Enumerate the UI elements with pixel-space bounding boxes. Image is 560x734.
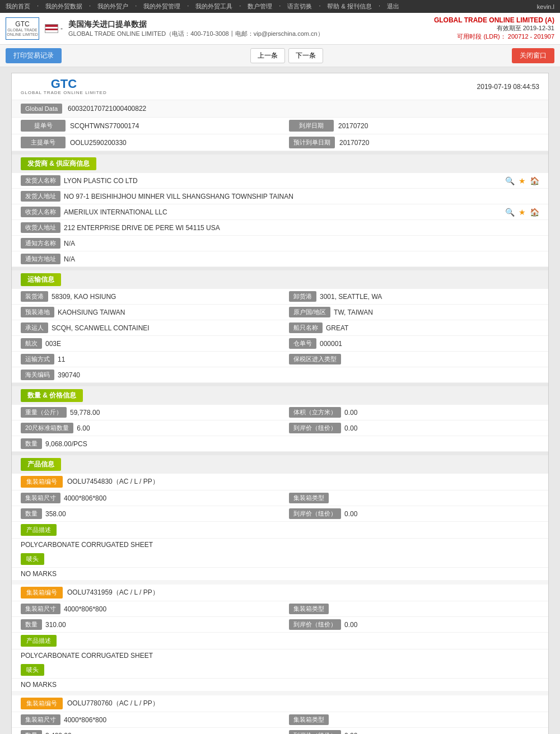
voyage-label: 航次 [21, 338, 42, 349]
product-2-container-no-value: OOLU7780760（AC / L / PP） [67, 699, 539, 708]
product-0-marks-label-row: 唛头 [12, 551, 548, 568]
master-bill-value: OOLU2590200330 [70, 139, 271, 147]
destination-row: 预装港地 KAOHSIUNG TAIWAN 原户国/地区 TW, TAIWAN [12, 305, 548, 320]
product-0-size-row: 集装箱尺寸 4000*806*800 集装箱类型 [12, 490, 548, 506]
destination-value: KAOHSIUNG TAIWAN [58, 308, 271, 316]
consignee-actions[interactable]: 🔍 ★ 🏠 [505, 207, 539, 217]
nav-help[interactable]: 帮助 & 报刊信息 [327, 2, 371, 11]
notify-addr-row: 通知方地址 N/A [12, 251, 548, 267]
product-0-qty-row: 数量 358.00 到岸价（纽价） 0.00 [12, 506, 548, 522]
home-icon[interactable]: 🏠 [529, 176, 539, 186]
expiry-label: 到岸日期 [289, 120, 334, 132]
shipper-actions[interactable]: 🔍 ★ 🏠 [505, 176, 539, 186]
unit-price-label: 到岸价（纽价） [289, 423, 341, 433]
planned-label: 预计到单日期 [289, 137, 335, 148]
product-1-price-label: 到岸价（纽价） [289, 619, 341, 630]
product-1-desc-label: 产品描述 [21, 635, 57, 647]
product-0-size-value: 4000*806*800 [64, 494, 271, 502]
notify-addr-label: 通知方地址 [21, 254, 60, 264]
vessel-name-value: GREAT [326, 324, 539, 332]
product-1-type-label: 集装箱类型 [289, 604, 329, 614]
logo-subtitle: GLOBAL TRADEONLINE LIMITED [7, 28, 38, 36]
product-1-size-label: 集装箱尺寸 [21, 604, 60, 614]
home-icon2[interactable]: 🏠 [529, 207, 539, 217]
transport-section-header: 运输信息 [12, 270, 548, 289]
consignee-addr-value: 212 ENTERPRISE DRIVE DE PERE WI 54115 US… [64, 224, 539, 232]
nav-tools[interactable]: 我的外贸工具 [195, 2, 232, 11]
top-navigation: 我的首页 · 我的外贸数据 · 我的外贸户 · 我的外贸管理 · 我的外贸工具 … [0, 0, 560, 13]
transport-mode-value: 11 [58, 356, 271, 363]
bill-no-row: 提单号 SCQHTWNS77000174 到岸日期 20170720 [12, 118, 548, 134]
product-0-desc-label: 产品描述 [21, 524, 57, 536]
card-logo: GTC GLOBAL TRADE ONLINE LIMITED [21, 78, 107, 95]
consignee-name-label: 收货人名称 [21, 207, 60, 217]
shipper-name-label: 发货人名称 [21, 175, 60, 186]
master-bill-col: 主提单号 OOLU2590200330 [12, 134, 280, 151]
bill-no-col: 提单号 SCQHTWNS77000174 [12, 118, 280, 134]
nav-home[interactable]: 我的首页 [6, 2, 30, 11]
weight-row: 重量（公斤） 59,778.00 体积（立方米） 0.00 [12, 405, 548, 420]
nav-logout[interactable]: 退出 [387, 2, 399, 11]
nav-sep6: · [279, 2, 281, 11]
company-name: GLOBAL TRADE ONLINE LIMITED (A) [434, 16, 554, 24]
port-row: 装货港 58309, KAO HSIUNG 卸货港 3001, SEATTLE,… [12, 289, 548, 305]
origin-country-label: 原户国/地区 [289, 307, 330, 317]
bonded-label: 保税区进入类型 [289, 354, 341, 364]
master-bill-label: 主提单号 [21, 137, 66, 148]
logo: GTC GLOBAL TRADEONLINE LIMITED [6, 17, 39, 40]
product-2-type-label: 集装箱类型 [289, 714, 329, 725]
nav-sep2: · [89, 2, 91, 11]
product-1-container-no-value: OOLU7431959（AC / L / PP） [67, 588, 539, 597]
next-button[interactable]: 下一条 [288, 48, 323, 63]
consignee-name-value: AMERILUX INTERNATIONAL LLC [64, 208, 500, 216]
nav-sep8: · [379, 2, 380, 11]
search-icon2[interactable]: 🔍 [505, 207, 515, 217]
bill-no-label: 提单号 [21, 120, 66, 132]
notify-name-row: 通知方名称 N/A [12, 236, 548, 251]
main-content: GTC GLOBAL TRADE ONLINE LIMITED 2019-07-… [0, 67, 560, 734]
product-0-qty-value: 358.00 [45, 510, 271, 518]
containers-value: 6.00 [77, 424, 271, 432]
top-toolbar: 打印贸易记录 上一条 下一条 关闭窗口 [0, 45, 560, 67]
nav-links[interactable]: 我的首页 · 我的外贸数据 · 我的外贸户 · 我的外贸管理 · 我的外贸工具 … [6, 2, 399, 11]
card-logo-subtitle: GLOBAL TRADE ONLINE LIMITED [21, 90, 107, 95]
star-icon2[interactable]: ★ [517, 207, 527, 217]
transport-mode-row: 运输方式 11 保税区进入类型 [12, 352, 548, 367]
nav-customer[interactable]: 数户管理 [248, 2, 272, 11]
loading-port-label: 装货港 [21, 291, 48, 302]
containers-label: 20尺标准箱数量 [21, 423, 73, 433]
star-icon[interactable]: ★ [517, 176, 527, 186]
shipper-name-row: 发货人名称 LYON PLASTIC CO LTD 🔍 ★ 🏠 [12, 173, 548, 189]
page-title: 美国海关进口提单数据 [68, 20, 324, 30]
product-2-container-no-row: 集装箱编号 OOLU7780760（AC / L / PP） [12, 695, 548, 712]
product-1-size-value: 4000*806*800 [64, 605, 271, 613]
customs-code-row: 海关编码 390740 [12, 367, 548, 383]
product-2-container-no-label: 集装箱编号 [21, 698, 63, 709]
product-1-container-no-row: 集装箱编号 OOLU7431959（AC / L / PP） [12, 585, 548, 601]
nav-sep1: · [37, 2, 39, 11]
product-0-container-no-value: OOLU7454830（AC / L / PP） [67, 477, 539, 487]
notify-name-label: 通知方名称 [21, 238, 60, 249]
notify-name-value: N/A [64, 240, 539, 247]
volume-label: 体积（立方米） [289, 407, 341, 418]
nav-management[interactable]: 我的外贸管理 [143, 2, 180, 11]
close-button[interactable]: 关闭窗口 [512, 48, 554, 63]
contact-info: GLOBAL TRADE ONLINE LIMITED（电话：400-710-3… [68, 30, 324, 38]
expiry-col: 到岸日期 20170720 [280, 118, 548, 134]
product-1-container-no-label: 集装箱编号 [21, 587, 63, 599]
header-title-block: 美国海关进口提单数据 GLOBAL TRADE ONLINE LIMITED（电… [68, 20, 324, 38]
product-section-header: 产品信息 [12, 455, 548, 474]
nav-language[interactable]: 语言切换 [287, 2, 312, 11]
global-data-bar: Global Data 600320170721000400822 [12, 100, 548, 118]
user-info: kevin.l [537, 3, 554, 10]
search-icon[interactable]: 🔍 [505, 176, 515, 186]
nav-trade-data[interactable]: 我的外贸数据 [45, 2, 82, 11]
product-0-desc-value: POLYCARBONATE CORRUGATED SHEET [12, 539, 548, 551]
product-1-qty-value: 310.00 [45, 621, 271, 629]
nav-foreign-account[interactable]: 我的外贸户 [97, 2, 128, 11]
master-bill-row: 主提单号 OOLU2590200330 预计到单日期 20170720 [12, 134, 548, 151]
prev-button[interactable]: 上一条 [250, 48, 285, 63]
voyage-value: 003E [45, 340, 271, 348]
print-button[interactable]: 打印贸易记录 [6, 48, 62, 63]
unit-price-value: 0.00 [344, 424, 539, 432]
